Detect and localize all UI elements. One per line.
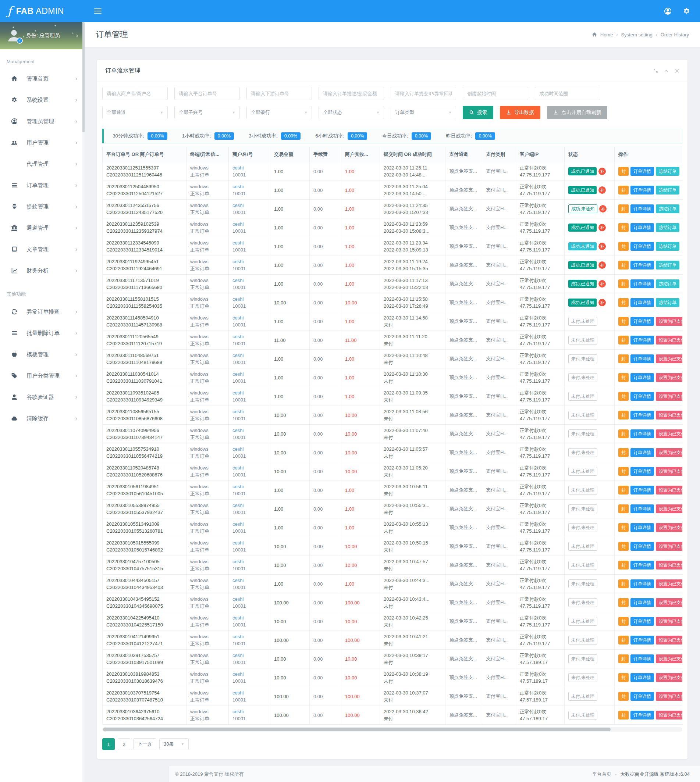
merchant-name-link[interactable]: ceshi xyxy=(232,690,243,695)
merchant-name-link[interactable]: ceshi xyxy=(232,278,243,283)
merchant-name-link[interactable]: ceshi xyxy=(232,334,243,339)
order-detail-button[interactable]: 订单详情 xyxy=(630,317,654,326)
set-paid-button[interactable]: 设置为已支付 xyxy=(656,542,682,551)
breadcrumb-system-setting[interactable]: System setting xyxy=(621,32,652,38)
merchant-name-link[interactable]: ceshi xyxy=(232,296,243,302)
order-detail-button[interactable]: 订单详情 xyxy=(630,523,654,532)
merchant-name-link[interactable]: ceshi xyxy=(232,465,243,471)
profile-banner[interactable]: ✓ 身份: 总管理员 › xyxy=(0,22,85,49)
sidebar-item-0-7[interactable]: 通道管理› xyxy=(0,217,85,239)
set-paid-button[interactable]: 设置为已支付 xyxy=(656,654,682,663)
seal-button[interactable]: 封 xyxy=(618,542,628,551)
merchant-name-link[interactable]: ceshi xyxy=(232,446,243,452)
supplement-badge[interactable]: 补 xyxy=(598,186,606,194)
order-detail-button[interactable]: 订单详情 xyxy=(630,298,654,307)
seal-button[interactable]: 封 xyxy=(618,448,628,457)
set-paid-button[interactable]: 设置为已支付 xyxy=(656,373,682,382)
seal-button[interactable]: 封 xyxy=(618,167,628,176)
seal-button[interactable]: 封 xyxy=(618,242,628,251)
merchant-name-link[interactable]: ceshi xyxy=(232,409,243,414)
settings-gear-icon[interactable] xyxy=(683,7,690,15)
filter-input-3[interactable] xyxy=(318,87,384,100)
filter-input-1[interactable] xyxy=(174,87,240,100)
sidebar-item-0-8[interactable]: 文章管理› xyxy=(0,239,85,260)
merchant-name-link[interactable]: ceshi xyxy=(232,315,243,321)
seal-button[interactable]: 封 xyxy=(618,223,628,232)
seal-button[interactable]: 封 xyxy=(618,617,628,626)
sidebar-item-1-1[interactable]: 批量删除订单› xyxy=(0,323,85,344)
order-detail-button[interactable]: 订单详情 xyxy=(630,561,654,569)
merchant-name-link[interactable]: ceshi xyxy=(232,521,243,527)
order-detail-button[interactable]: 订单详情 xyxy=(630,486,654,494)
filter-input-2[interactable] xyxy=(247,87,312,100)
merchant-name-link[interactable]: ceshi xyxy=(232,203,243,208)
merchant-name-link[interactable]: ceshi xyxy=(232,652,243,658)
merchant-name-link[interactable]: ceshi xyxy=(232,353,243,358)
merchant-name-link[interactable]: ceshi xyxy=(232,484,243,489)
user-menu-icon[interactable] xyxy=(664,7,672,15)
seal-button[interactable]: 封 xyxy=(618,336,628,344)
supplement-badge[interactable]: 补 xyxy=(598,224,606,231)
channel-select[interactable]: 全部通道▼ xyxy=(102,106,168,119)
merchant-name-link[interactable]: ceshi xyxy=(232,615,243,621)
supplement-badge[interactable]: 补 xyxy=(599,205,607,213)
seal-button[interactable]: 封 xyxy=(618,317,628,326)
seal-button[interactable]: 封 xyxy=(618,392,628,401)
order-detail-button[interactable]: 订单详情 xyxy=(630,242,654,251)
platform-home-link[interactable]: 平台首页 xyxy=(592,771,612,778)
freeze-order-button[interactable]: 冻结订单 xyxy=(656,167,679,176)
filter-input-0[interactable] xyxy=(102,87,168,100)
sidebar-item-0-9[interactable]: 财务分析› xyxy=(0,260,85,281)
freeze-order-button[interactable]: 冻结订单 xyxy=(656,186,679,195)
order-detail-button[interactable]: 订单详情 xyxy=(630,448,654,457)
sidebar-item-1-2[interactable]: 模板管理› xyxy=(0,344,85,365)
supplement-badge[interactable]: 补 xyxy=(598,280,606,288)
subaccount-select[interactable]: 全部子账号▼ xyxy=(174,106,240,119)
seal-button[interactable]: 封 xyxy=(618,298,628,307)
supplement-badge[interactable]: 补 xyxy=(598,243,606,250)
status-select[interactable]: 全部状态▼ xyxy=(318,106,384,119)
merchant-name-link[interactable]: ceshi xyxy=(232,390,243,396)
set-paid-button[interactable]: 设置为已支付 xyxy=(656,504,682,513)
freeze-order-button[interactable]: 冻结订单 xyxy=(656,205,679,213)
seal-button[interactable]: 封 xyxy=(618,636,628,644)
merchant-name-link[interactable]: ceshi xyxy=(232,596,243,602)
merchant-name-link[interactable]: ceshi xyxy=(232,371,243,377)
order-detail-button[interactable]: 订单详情 xyxy=(630,429,654,438)
order-detail-button[interactable]: 订单详情 xyxy=(630,673,654,682)
sidebar-item-0-5[interactable]: 订单管理› xyxy=(0,175,85,196)
order-detail-button[interactable]: 订单详情 xyxy=(630,636,654,644)
collapse-icon[interactable] xyxy=(664,68,669,73)
sidebar-item-1-0[interactable]: 异常订单排查› xyxy=(0,301,85,323)
merchant-name-link[interactable]: ceshi xyxy=(232,259,243,265)
sidebar-item-0-0[interactable]: 管理首页› xyxy=(0,68,85,89)
seal-button[interactable]: 封 xyxy=(618,710,628,719)
supplement-badge[interactable]: 补 xyxy=(598,261,606,269)
order-detail-button[interactable]: 订单详情 xyxy=(630,504,654,513)
merchant-name-link[interactable]: ceshi xyxy=(232,165,243,171)
set-paid-button[interactable]: 设置为已支付 xyxy=(656,336,682,344)
seal-button[interactable]: 封 xyxy=(618,354,628,363)
set-paid-button[interactable]: 设置为已支付 xyxy=(656,692,682,701)
filter-input-5[interactable] xyxy=(463,87,528,100)
merchant-name-link[interactable]: ceshi xyxy=(232,184,243,189)
merchant-name-link[interactable]: ceshi xyxy=(232,221,243,227)
order-detail-button[interactable]: 订单详情 xyxy=(630,654,654,663)
seal-button[interactable]: 封 xyxy=(618,673,628,682)
seal-button[interactable]: 封 xyxy=(618,504,628,513)
page-button-2[interactable]: 2 xyxy=(118,738,130,750)
seal-button[interactable]: 封 xyxy=(618,373,628,382)
order-detail-button[interactable]: 订单详情 xyxy=(630,692,654,701)
set-paid-button[interactable]: 设置为已支付 xyxy=(656,561,682,569)
order-detail-button[interactable]: 订单详情 xyxy=(630,467,654,476)
filter-input-6[interactable] xyxy=(535,87,600,100)
supplement-badge[interactable]: 补 xyxy=(598,168,606,175)
sidebar-toggle-button[interactable] xyxy=(94,7,102,15)
set-paid-button[interactable]: 设置为已支付 xyxy=(656,411,682,419)
sidebar-item-1-3[interactable]: 用户分类管理› xyxy=(0,365,85,386)
sidebar-item-0-2[interactable]: 管理员管理› xyxy=(0,111,85,132)
filter-input-4[interactable] xyxy=(391,87,456,100)
sidebar-item-1-5[interactable]: 清除缓存› xyxy=(0,408,85,429)
merchant-name-link[interactable]: ceshi xyxy=(232,540,243,546)
set-paid-button[interactable]: 设置为已支付 xyxy=(656,523,682,532)
